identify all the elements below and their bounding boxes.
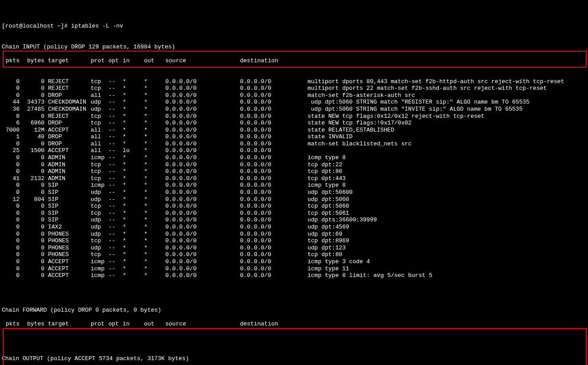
column-headers: pktsbytestargetprotoptinoutsourcedestina… xyxy=(2,57,586,64)
blank-line xyxy=(2,293,586,300)
rule-row: 00SIPudp--**0.0.0.0/00.0.0.0/0udp dpts:3… xyxy=(2,217,586,224)
rule-row: 00ACCEPTicmp--**0.0.0.0/00.0.0.0/0icmp t… xyxy=(2,272,586,279)
chain-forward-header: Chain FORWARD (policy DROP 0 packets, 0 … xyxy=(2,307,586,314)
rule-row: 700012MACCEPTall--**0.0.0.0/00.0.0.0/0st… xyxy=(2,127,586,134)
blank-line xyxy=(2,341,586,349)
rule-row: 00PHONEStcp--**0.0.0.0/00.0.0.0/0tcp dpt… xyxy=(2,251,586,258)
rule-row: 00ADMINtcp--**0.0.0.0/00.0.0.0/0tcp dpt:… xyxy=(2,168,586,175)
terminal-output: [root@localhost ~]# iptables -L -nv Chai… xyxy=(2,9,586,365)
rule-row: 251500ACCEPTall--lo*0.0.0.0/00.0.0.0/0 xyxy=(2,147,586,154)
rule-row: 4434373CHECKDOMAINudp--**0.0.0.0/00.0.0.… xyxy=(2,99,586,106)
rule-row: 140DROPall--**0.0.0.0/00.0.0.0/0state IN… xyxy=(2,133,586,140)
prompt: [root@localhost ~]# xyxy=(2,23,71,29)
rule-row: 00SIPtcp--**0.0.0.0/00.0.0.0/0tcp dpt:50… xyxy=(2,203,586,210)
rule-row: 00PHONEStcp--**0.0.0.0/00.0.0.0/0tcp dpt… xyxy=(2,237,586,245)
rule-row: 00DROPall--**0.0.0.0/00.0.0.0/0match-set… xyxy=(2,140,586,148)
rule-row: 00IAX2udp--**0.0.0.0/00.0.0.0/0udp dpt:4… xyxy=(2,224,586,231)
rule-row: 3627485CHECKDOMAINudp--**0.0.0.0/00.0.0.… xyxy=(2,106,586,113)
command: iptables -L -nv xyxy=(71,23,123,29)
rule-row: 412132ADMINtcp--**0.0.0.0/00.0.0.0/0tcp … xyxy=(2,175,586,182)
rule-row: 00PHONESudp--**0.0.0.0/00.0.0.0/0udp dpt… xyxy=(2,231,586,238)
rule-row: 00REJECTtcp--**0.0.0.0/00.0.0.0/0multipo… xyxy=(2,78,586,85)
chain-output-header: Chain OUTPUT (policy ACCEPT 5734 packets… xyxy=(2,355,586,362)
rule-row: 00REJECTtcp--**0.0.0.0/00.0.0.0/0multipo… xyxy=(2,85,586,92)
rule-row: 00ACCEPTicmp--**0.0.0.0/00.0.0.0/0icmp t… xyxy=(2,258,586,265)
rule-row: 66960DROPtcp--**0.0.0.0/00.0.0.0/0state … xyxy=(2,120,586,127)
prompt-line: [root@localhost ~]# iptables -L -nv xyxy=(2,23,586,30)
rule-row: 00SIPicmp--**0.0.0.0/00.0.0.0/0icmp type… xyxy=(2,182,586,189)
rule-row: 00REJECTtcp--**0.0.0.0/00.0.0.0/0state N… xyxy=(2,113,586,120)
rule-row: 00DROPall--**0.0.0.0/00.0.0.0/0match-set… xyxy=(2,92,586,99)
chain-input-header: Chain INPUT (policy DROP 129 packets, 16… xyxy=(2,44,586,51)
column-headers: pktsbytestargetprotoptinoutsourcedestina… xyxy=(2,321,586,328)
rule-row: 00SIPudp--**0.0.0.0/00.0.0.0/0udp dpt:50… xyxy=(2,189,586,196)
rule-row: 00ADMINtcp--**0.0.0.0/00.0.0.0/0tcp dpt:… xyxy=(2,161,586,168)
rule-row: 00ADMINicmp--**0.0.0.0/00.0.0.0/0icmp ty… xyxy=(2,154,586,161)
rule-row: 12804SIPudp--**0.0.0.0/00.0.0.0/0udp dpt… xyxy=(2,196,586,203)
rule-row: 00PHONESudp--**0.0.0.0/00.0.0.0/0udp dpt… xyxy=(2,245,586,252)
rule-row: 00SIPtcp--**0.0.0.0/00.0.0.0/0tcp dpt:50… xyxy=(2,210,586,217)
rule-row: 00ACCEPTicmp--**0.0.0.0/00.0.0.0/0icmp t… xyxy=(2,265,586,273)
